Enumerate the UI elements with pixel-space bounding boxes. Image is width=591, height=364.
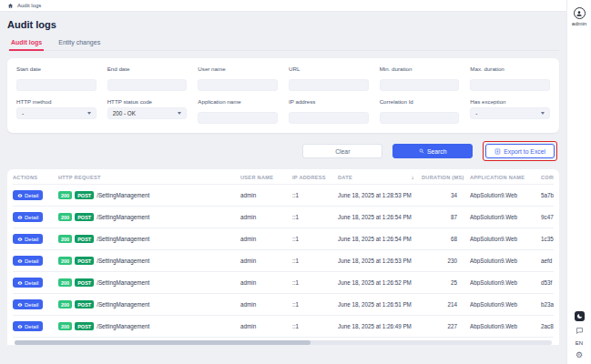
tab-bar: Audit logs Entity changes bbox=[7, 36, 559, 51]
table-row: Detail 200POST/SettingManagement admin :… bbox=[13, 250, 554, 272]
status-badge: 200 bbox=[58, 191, 72, 199]
correlation-id-input[interactable] bbox=[380, 112, 460, 124]
user-cell: admin bbox=[240, 192, 292, 198]
breadcrumb-label[interactable]: Audit logs bbox=[17, 3, 41, 8]
correlation-cell: 2ac8 bbox=[541, 323, 554, 329]
http-status-code-label: HTTP status code bbox=[107, 98, 188, 105]
app-cell: AbpSolution9.Web bbox=[470, 301, 541, 308]
sort-descending-icon: ↓ bbox=[411, 174, 414, 180]
date-cell: June 18, 2025 at 1:26:54 PM bbox=[338, 214, 422, 220]
column-application-name[interactable]: APPLICATION NAME bbox=[470, 175, 541, 180]
breadcrumb: Audit logs bbox=[0, 0, 566, 12]
has-exception-select[interactable]: - bbox=[470, 107, 550, 119]
table-row: Detail 200POST/SettingManagement admin :… bbox=[13, 228, 554, 250]
app-cell: AbpSolution9.Web bbox=[470, 236, 541, 242]
column-http-request[interactable]: HTTP REQUEST bbox=[58, 175, 240, 180]
excel-export-icon bbox=[494, 148, 501, 155]
export-button-label: Export to Excel bbox=[504, 148, 545, 155]
application-name-input[interactable] bbox=[198, 112, 278, 124]
user-name-input[interactable] bbox=[198, 79, 278, 91]
request-url: /SettingManagement bbox=[97, 214, 149, 220]
correlation-id-label: Correlation Id bbox=[380, 98, 460, 105]
url-input[interactable] bbox=[289, 79, 369, 91]
detail-button[interactable]: Detail bbox=[13, 299, 43, 309]
filter-actions: Clear Search Export to Excel bbox=[7, 141, 559, 161]
http-method-select[interactable]: - bbox=[16, 107, 97, 119]
user-name-label: admin bbox=[572, 21, 586, 26]
date-cell: June 18, 2025 at 1:28:53 PM bbox=[338, 192, 422, 198]
scrollbar-thumb[interactable] bbox=[15, 340, 311, 345]
user-cell: admin bbox=[240, 301, 292, 308]
column-correlation[interactable]: CORRELATION ID bbox=[541, 175, 554, 180]
table-row: Detail 200POST/SettingManagement admin :… bbox=[13, 185, 554, 207]
theme-toggle-button[interactable] bbox=[575, 311, 585, 321]
date-cell: June 18, 2025 at 1:26:52 PM bbox=[338, 279, 422, 286]
min-duration-input[interactable] bbox=[380, 79, 460, 91]
detail-button[interactable]: Detail bbox=[13, 256, 43, 266]
method-badge: POST bbox=[75, 257, 94, 265]
request-url: /SettingManagement bbox=[97, 192, 149, 198]
filter-has-exception: Has exception - bbox=[470, 98, 550, 124]
language-selector[interactable]: EN bbox=[576, 340, 583, 346]
status-badge: 200 bbox=[58, 300, 72, 308]
search-icon bbox=[419, 148, 424, 154]
filter-http-method: HTTP method - bbox=[16, 98, 97, 124]
column-ip-address[interactable]: IP ADDRESS bbox=[292, 175, 338, 180]
correlation-cell: aefd bbox=[541, 258, 554, 264]
column-duration[interactable]: DURATION (MS) bbox=[422, 175, 470, 180]
table-row: Detail 200POST/SettingManagement admin :… bbox=[13, 294, 554, 316]
method-badge: POST bbox=[75, 322, 94, 330]
correlation-cell: 1c35 bbox=[541, 236, 554, 242]
tab-audit-logs[interactable]: Audit logs bbox=[9, 36, 44, 51]
clear-button[interactable]: Clear bbox=[302, 144, 382, 158]
ip-cell: ::1 bbox=[292, 301, 338, 308]
detail-button[interactable]: Detail bbox=[13, 212, 43, 222]
filter-end-date: End date bbox=[107, 66, 188, 91]
detail-button-label: Detail bbox=[25, 280, 38, 286]
ip-cell: ::1 bbox=[292, 214, 338, 220]
status-badge: 200 bbox=[58, 213, 72, 221]
has-exception-label: Has exception bbox=[470, 98, 550, 105]
column-date[interactable]: DATE ↓ bbox=[338, 174, 422, 180]
max-duration-input[interactable] bbox=[470, 79, 550, 91]
filter-max-duration: Max. duration bbox=[470, 66, 550, 91]
filter-user-name: User name bbox=[198, 66, 278, 91]
table-row: Detail 200POST/SettingManagement admin :… bbox=[13, 316, 554, 338]
date-cell: June 18, 2025 at 1:26:49 PM bbox=[338, 323, 422, 329]
export-to-excel-button[interactable]: Export to Excel bbox=[485, 144, 555, 158]
search-button[interactable]: Search bbox=[392, 144, 473, 158]
start-date-label: Start date bbox=[16, 66, 97, 72]
ip-address-label: IP address bbox=[289, 98, 369, 105]
start-date-input[interactable] bbox=[16, 79, 97, 91]
end-date-input[interactable] bbox=[107, 79, 188, 91]
tab-entity-changes[interactable]: Entity changes bbox=[56, 36, 102, 50]
chat-icon bbox=[576, 327, 584, 335]
http-status-code-select[interactable]: 200 - OK bbox=[107, 107, 188, 119]
detail-button[interactable]: Detail bbox=[13, 321, 43, 331]
app-cell: AbpSolution9.Web bbox=[470, 192, 541, 198]
avatar[interactable] bbox=[574, 7, 586, 19]
correlation-cell: b23a bbox=[541, 301, 554, 308]
detail-button-label: Detail bbox=[25, 193, 38, 198]
duration-cell: 25 bbox=[422, 279, 470, 286]
detail-button[interactable]: Detail bbox=[13, 278, 43, 288]
table-header: ACTIONS HTTP REQUEST USER NAME IP ADDRES… bbox=[13, 169, 554, 185]
detail-button-label: Detail bbox=[25, 215, 38, 220]
home-icon[interactable] bbox=[7, 3, 14, 9]
end-date-label: End date bbox=[107, 66, 188, 72]
filter-url: URL bbox=[289, 66, 369, 91]
detail-button-label: Detail bbox=[25, 324, 38, 329]
gear-icon[interactable]: ⚙ bbox=[576, 351, 583, 359]
detail-button[interactable]: Detail bbox=[13, 234, 43, 244]
ip-address-input[interactable] bbox=[289, 112, 369, 124]
detail-button[interactable]: Detail bbox=[13, 190, 43, 200]
chat-button[interactable] bbox=[576, 327, 584, 335]
http-method-value: - bbox=[22, 110, 24, 116]
user-cell: admin bbox=[240, 279, 292, 286]
filter-application-name: Application name bbox=[198, 98, 278, 124]
column-user-name[interactable]: USER NAME bbox=[240, 175, 292, 180]
eye-icon bbox=[17, 237, 23, 242]
method-badge: POST bbox=[75, 213, 94, 221]
table-row: Detail 200POST/SettingManagement admin :… bbox=[13, 272, 554, 294]
horizontal-scrollbar[interactable] bbox=[15, 340, 552, 345]
